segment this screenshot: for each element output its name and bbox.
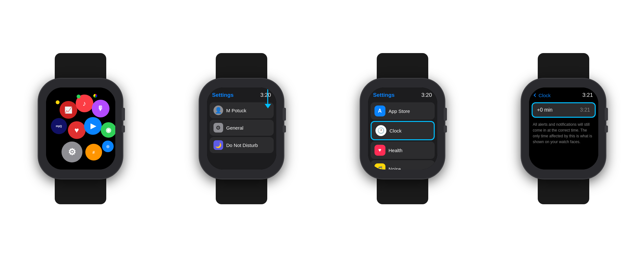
maps-app[interactable]: ◎: [102, 141, 114, 152]
general-label: General: [226, 125, 243, 131]
clock-row[interactable]: 🕐 Clock: [371, 121, 435, 140]
back-label: Clock: [539, 93, 551, 98]
watch-screen-2: Settings 3:20 👤 M Potuck: [207, 87, 276, 170]
watch-2: Settings 3:20 👤 M Potuck: [200, 53, 283, 204]
gear-icon: ⚙: [213, 123, 223, 133]
activity-app[interactable]: 📈: [60, 101, 77, 119]
health-label: Health: [389, 148, 402, 153]
watch-3-outer: Settings 3:20 A App Store 🕐: [361, 53, 444, 204]
clock-label: Clock: [390, 128, 402, 133]
appstore-row[interactable]: A App Store: [371, 102, 435, 120]
watch-screen-3: Settings 3:20 A App Store 🕐: [368, 87, 437, 170]
watch-button-4: [605, 125, 608, 133]
band-bottom-2: [216, 179, 267, 204]
health-row[interactable]: ♥ Health: [371, 142, 435, 159]
noise-row[interactable]: 🎵 Noise: [371, 160, 435, 170]
profile-label: M Potuck: [226, 108, 247, 113]
watch-body-4: Clock 3:21 +0 min 3:21 All alerts and no…: [522, 79, 605, 179]
watch-screen-4: Clock 3:21 +0 min 3:21 All alerts and no…: [529, 87, 598, 170]
watch-crown-2: [283, 108, 286, 121]
clock-detail-time: 3:21: [582, 92, 593, 98]
settings-header-3: Settings 3:20: [368, 87, 437, 101]
watch-2-outer: Settings 3:20 👤 M Potuck: [200, 53, 283, 204]
band-bottom-1: [55, 179, 106, 204]
watch-4: Clock 3:21 +0 min 3:21 All alerts and no…: [522, 53, 605, 204]
myq-app[interactable]: myQ: [51, 118, 67, 134]
watch-1: 📈 ♪ 🎙 myQ ♥: [39, 53, 122, 204]
watch-button-1: [122, 125, 125, 133]
band-top-1: [55, 53, 106, 79]
watch-1-outer: 📈 ♪ 🎙 myQ ♥: [39, 53, 122, 204]
play-app[interactable]: ▶: [84, 117, 102, 135]
watch-3: Settings 3:20 A App Store 🕐: [361, 53, 444, 204]
settings-title-3: Settings: [373, 92, 395, 98]
clock-row-icon: 🕐: [375, 125, 386, 136]
settings-time-3: 3:20: [421, 92, 432, 98]
offset-time: 3:21: [580, 107, 590, 113]
clock-offset-row[interactable]: +0 min 3:21: [532, 102, 596, 118]
scroll-line: [267, 87, 268, 104]
dot-yellow: [56, 100, 60, 104]
avatar-icon: 👤: [213, 106, 223, 115]
dnd-row[interactable]: 🌙 Do Not Disturb: [210, 137, 274, 153]
band-top-3: [377, 53, 428, 79]
appstore-icon: A: [374, 106, 385, 116]
noise-label: Noise: [389, 166, 401, 170]
watch-button-2: [283, 125, 286, 133]
app-grid: 📈 ♪ 🎙 myQ ♥: [46, 87, 115, 170]
watch-body-3: Settings 3:20 A App Store 🕐: [361, 79, 444, 179]
dnd-icon: 🌙: [213, 140, 223, 150]
back-button[interactable]: Clock: [534, 93, 551, 98]
profile-row[interactable]: 👤 M Potuck: [210, 102, 274, 118]
band-top-2: [216, 53, 267, 79]
dnd-label: Do Not Disturb: [226, 142, 258, 148]
clock-detail-header: Clock 3:21: [529, 87, 598, 101]
back-chevron-icon: [534, 93, 537, 97]
scroll-indicator: [261, 87, 274, 108]
clock-detail-screen: Clock 3:21 +0 min 3:21 All alerts and no…: [529, 87, 598, 170]
findmy-app[interactable]: ◉: [101, 122, 115, 138]
watch-4-outer: Clock 3:21 +0 min 3:21 All alerts and no…: [522, 53, 605, 204]
watch-body-1: 📈 ♪ 🎙 myQ ♥: [39, 79, 122, 179]
settings-screen: Settings 3:20 👤 M Potuck: [207, 87, 276, 170]
band-bottom-4: [538, 179, 589, 204]
scroll-arrow: [265, 104, 271, 108]
watch-crown-4: [605, 108, 608, 121]
watch-screen-1: 📈 ♪ 🎙 myQ ♥: [46, 87, 115, 170]
offset-label: +0 min: [537, 107, 553, 113]
dot-green: [77, 95, 80, 98]
appstore-label: App Store: [389, 108, 410, 114]
band-top-4: [538, 53, 589, 79]
calculator-app[interactable]: #: [85, 144, 102, 161]
settings-app[interactable]: ⚙: [62, 142, 82, 162]
watch-button-3: [444, 125, 447, 133]
noise-icon: 🎵: [374, 163, 385, 170]
health-icon: ♥: [374, 145, 385, 156]
clock-description: All alerts and notifications will still …: [529, 119, 598, 147]
watch-body-2: Settings 3:20 👤 M Potuck: [200, 79, 283, 179]
band-bottom-3: [377, 179, 428, 204]
dot-multi: [93, 94, 97, 98]
podcasts-app[interactable]: 🎙: [92, 100, 109, 117]
health-app[interactable]: ♥: [68, 121, 86, 139]
watch-crown-1: [122, 108, 125, 121]
watch-crown-3: [444, 108, 447, 121]
general-row[interactable]: ⚙ General: [210, 120, 274, 136]
settings-title: Settings: [212, 92, 234, 98]
settings-clock-screen: Settings 3:20 A App Store 🕐: [368, 87, 437, 170]
